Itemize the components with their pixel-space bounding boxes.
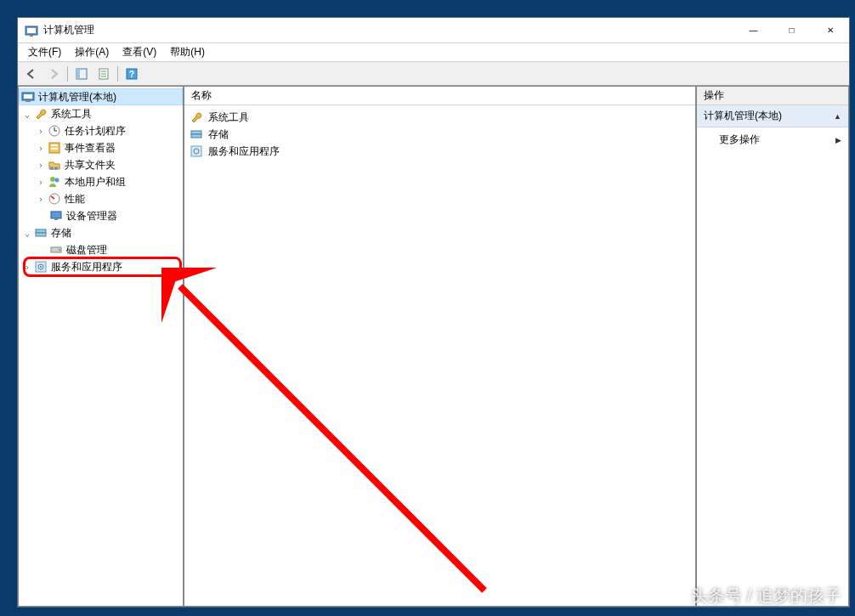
list-item-system-tools[interactable]: 系统工具	[186, 109, 694, 126]
app-window: 计算机管理 — □ ✕ 文件(F) 操作(A) 查看(V) 帮助(H) ?	[17, 17, 850, 608]
title-bar: 计算机管理 — □ ✕	[18, 18, 849, 43]
nav-back-button[interactable]	[21, 65, 42, 83]
tree-node-system-tools[interactable]: ⌄ 系统工具	[19, 105, 183, 122]
help-button[interactable]: ?	[122, 65, 142, 83]
svg-rect-36	[191, 146, 201, 156]
svg-point-30	[59, 249, 60, 251]
storage-icon	[34, 226, 48, 240]
actions-section-label: 计算机管理(本地)	[704, 109, 782, 123]
svg-point-21	[54, 167, 58, 170]
svg-rect-35	[191, 134, 201, 138]
app-icon	[25, 24, 38, 37]
wrench-icon	[34, 107, 48, 121]
shared-folder-icon	[48, 158, 61, 172]
tree-node-device-manager[interactable]: 设备管理器	[19, 207, 183, 224]
svg-rect-19	[51, 148, 58, 150]
tree-node-computer-management[interactable]: 计算机管理(本地)	[19, 88, 183, 105]
svg-rect-12	[24, 94, 32, 99]
event-log-icon	[48, 141, 61, 155]
chevron-right-icon[interactable]: ›	[34, 161, 48, 170]
tree-node-storage[interactable]: ⌄ 存储	[19, 224, 183, 241]
chevron-down-icon[interactable]: ⌄	[20, 229, 34, 238]
tree-node-event-viewer[interactable]: › 事件查看器	[19, 139, 183, 156]
nav-forward-button[interactable]	[43, 65, 64, 83]
svg-rect-1	[27, 28, 36, 33]
list-item-label: 服务和应用程序	[208, 144, 280, 159]
tree-node-local-users[interactable]: › 本地用户和组	[19, 173, 183, 190]
svg-point-22	[50, 177, 55, 182]
tree-node-services-apps[interactable]: › 服务和应用程序	[19, 258, 183, 275]
wrench-icon	[190, 110, 203, 124]
svg-rect-2	[30, 35, 33, 37]
tree-root: 计算机管理(本地) ⌄ 系统工具 › 任务计划程序	[19, 87, 183, 277]
maximize-button[interactable]: □	[773, 18, 811, 42]
tree-node-shared-folders[interactable]: › 共享文件夹	[19, 156, 183, 173]
tree-label: 共享文件夹	[65, 158, 116, 172]
users-icon	[48, 175, 61, 189]
services-icon	[190, 144, 203, 158]
close-button[interactable]: ✕	[811, 18, 849, 42]
tree-pane: 计算机管理(本地) ⌄ 系统工具 › 任务计划程序	[18, 86, 184, 607]
list-item-services-apps[interactable]: 服务和应用程序	[186, 143, 694, 160]
toolbar: ?	[18, 62, 849, 86]
minimize-button[interactable]: —	[734, 18, 773, 42]
svg-rect-27	[36, 229, 46, 233]
menu-help[interactable]: 帮助(H)	[163, 43, 212, 61]
actions-more[interactable]: 更多操作 ▶	[697, 127, 848, 152]
menu-file[interactable]: 文件(F)	[21, 43, 68, 61]
column-name: 名称	[191, 88, 212, 103]
list-item-label: 系统工具	[208, 110, 249, 125]
list-body: 系统工具 存储 服务和应用程序	[184, 105, 695, 163]
chevron-right-icon[interactable]: ›	[20, 263, 34, 272]
toolbar-separator	[67, 66, 68, 82]
list-item-label: 存储	[208, 127, 229, 142]
window-controls: — □ ✕	[734, 18, 849, 42]
svg-rect-25	[51, 212, 61, 218]
storage-icon	[190, 127, 203, 141]
tree-label: 本地用户和组	[65, 175, 126, 189]
svg-point-20	[50, 167, 54, 170]
chevron-down-icon[interactable]: ⌄	[20, 110, 34, 119]
svg-point-23	[55, 178, 59, 183]
actions-header: 操作	[697, 87, 848, 105]
menu-view[interactable]: 查看(V)	[116, 43, 163, 61]
actions-section[interactable]: 计算机管理(本地) ▲	[697, 105, 848, 127]
chevron-right-icon[interactable]: ›	[34, 178, 48, 187]
list-pane: 名称 系统工具 存储	[184, 86, 696, 607]
disk-icon	[49, 243, 63, 257]
svg-rect-4	[76, 69, 80, 79]
submenu-caret-icon: ▶	[835, 136, 841, 144]
tree-label: 系统工具	[51, 107, 92, 122]
svg-rect-34	[191, 131, 201, 134]
tree-node-disk-management[interactable]: 磁盘管理	[19, 241, 183, 258]
svg-rect-13	[25, 100, 31, 102]
properties-button[interactable]	[93, 65, 114, 83]
tree-label: 服务和应用程序	[51, 260, 122, 274]
svg-rect-26	[54, 218, 58, 220]
menu-bar: 文件(F) 操作(A) 查看(V) 帮助(H)	[18, 43, 849, 62]
actions-pane: 操作 计算机管理(本地) ▲ 更多操作 ▶	[696, 86, 849, 607]
svg-point-33	[40, 266, 42, 268]
actions-more-label: 更多操作	[719, 133, 760, 147]
svg-text:?: ?	[129, 70, 134, 79]
chevron-right-icon[interactable]: ›	[34, 127, 48, 136]
window-title: 计算机管理	[43, 23, 734, 37]
tree-label: 计算机管理(本地)	[38, 90, 116, 105]
tree-label: 任务计划程序	[65, 124, 126, 138]
list-item-storage[interactable]: 存储	[186, 126, 694, 143]
show-hide-tree-button[interactable]	[71, 65, 92, 83]
chevron-right-icon[interactable]: ›	[34, 195, 48, 204]
list-column-header[interactable]: 名称	[184, 87, 695, 105]
tree-node-performance[interactable]: › 性能	[19, 190, 183, 207]
tree-label: 性能	[65, 192, 85, 206]
menu-action[interactable]: 操作(A)	[68, 43, 116, 61]
body: 计算机管理(本地) ⌄ 系统工具 › 任务计划程序	[18, 86, 849, 607]
chevron-right-icon[interactable]: ›	[34, 144, 48, 153]
svg-rect-18	[51, 144, 58, 146]
device-manager-icon	[49, 209, 63, 223]
tree-label: 存储	[51, 226, 71, 240]
performance-icon	[48, 192, 61, 206]
tree-label: 事件查看器	[65, 141, 116, 155]
tree-node-task-scheduler[interactable]: › 任务计划程序	[19, 122, 183, 139]
svg-rect-28	[36, 233, 46, 236]
